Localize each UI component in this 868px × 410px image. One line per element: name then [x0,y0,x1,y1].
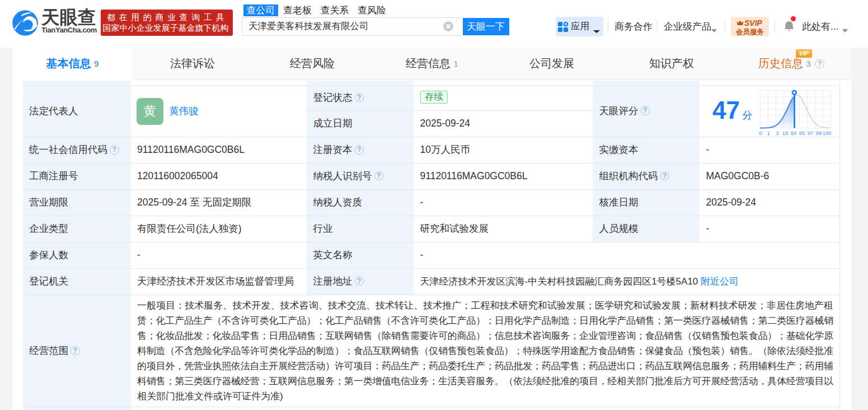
svg-text:3: 3 [776,130,778,136]
svg-text:97: 97 [808,130,813,136]
svg-text:99: 99 [816,130,822,136]
svg-text:85: 85 [799,130,805,136]
svg-text:1: 1 [767,130,770,136]
svg-text:100: 100 [823,130,832,136]
svg-text:50: 50 [791,130,796,136]
svg-text:0: 0 [759,130,762,136]
svg-text:15: 15 [782,130,788,136]
